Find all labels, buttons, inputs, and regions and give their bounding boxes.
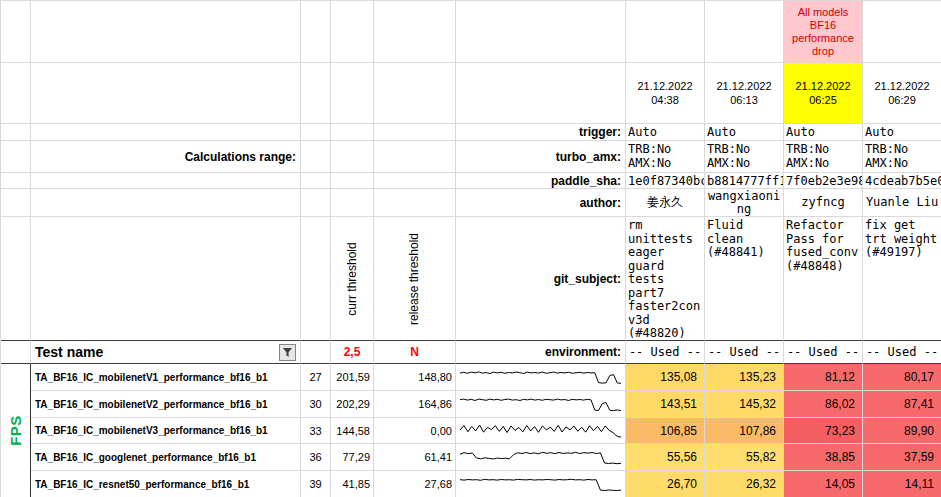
sparkline[interactable] — [456, 471, 626, 497]
empty-cell — [31, 173, 301, 189]
paddle-sha-value[interactable]: 7f0eb2e3e98 — [784, 173, 863, 189]
trigger-value[interactable]: Auto — [863, 124, 941, 141]
turbo-amx-value[interactable]: TRB:No AMX:No — [784, 141, 863, 173]
run-datetime[interactable]: 21.12.2022 06:29 — [863, 63, 941, 124]
release-threshold-header-text: release threshold — [408, 232, 422, 324]
empty-cell — [374, 141, 456, 173]
run-datetime[interactable]: 21.12.2022 04:38 — [626, 63, 705, 124]
value-cell[interactable]: 143,51 — [626, 391, 705, 418]
value-cell[interactable]: 145,32 — [705, 391, 784, 418]
environment-value[interactable]: -- Used -- — [626, 341, 705, 364]
test-name[interactable]: TA_BF16_IC_resnet50_performance_bf16_b1 — [31, 471, 301, 497]
git-subject-value[interactable]: Refactor Pass for fused_conv (#48848) — [784, 217, 863, 341]
release-threshold-cell[interactable]: 0,00 — [374, 418, 456, 444]
release-threshold-cell[interactable]: 61,41 — [374, 444, 456, 471]
sparkline[interactable] — [456, 444, 626, 471]
value-cell[interactable]: 80,17 — [863, 364, 941, 391]
row-number[interactable]: 30 — [301, 391, 331, 418]
value-cell[interactable]: 107,86 — [705, 418, 784, 444]
release-threshold-cell[interactable]: 164,86 — [374, 391, 456, 418]
empty-cell — [31, 124, 301, 141]
paddle-sha-value[interactable]: b8814777ff1 — [705, 173, 784, 189]
empty-cell — [31, 189, 301, 217]
filter-icon[interactable] — [279, 344, 296, 361]
paddle-sha-value[interactable]: 1e0f87340bc — [626, 173, 705, 189]
empty-cell — [1, 189, 31, 217]
git-subject-value[interactable]: Fluid clean (#48841) — [705, 217, 784, 341]
run-datetime[interactable]: 21.12.2022 06:13 — [705, 63, 784, 124]
curr-threshold-header: curr threshold — [331, 217, 374, 341]
row-number[interactable]: 39 — [301, 471, 331, 497]
release-threshold-cell[interactable]: 148,80 — [374, 364, 456, 391]
trigger-value[interactable]: Auto — [626, 124, 705, 141]
test-name[interactable]: TA_BF16_IC_mobilenetV2_performance_bf16_… — [31, 391, 301, 418]
environment-value[interactable]: -- Used -- — [863, 341, 941, 364]
run-datetime-highlighted[interactable]: 21.12.2022 06:25 — [784, 63, 863, 124]
value-cell[interactable]: 81,12 — [784, 364, 863, 391]
empty-cell — [1, 124, 31, 141]
git-subject-label: git_subject: — [456, 217, 626, 341]
turbo-amx-value[interactable]: TRB:No AMX:No — [705, 141, 784, 173]
annotation-cell[interactable]: All models BF16 performance drop — [784, 1, 863, 63]
git-subject-value[interactable]: rm unittests eager guard tests part7 fas… — [626, 217, 705, 341]
curr-threshold-cell[interactable]: 201,59 — [331, 364, 374, 391]
fps-text: FPS — [7, 415, 24, 446]
value-cell[interactable]: 87,41 — [863, 391, 941, 418]
empty-cell — [301, 341, 331, 364]
environment-value[interactable]: -- Used -- — [705, 341, 784, 364]
empty-cell — [301, 189, 331, 217]
empty-cell — [374, 63, 456, 124]
value-cell[interactable]: 86,02 — [784, 391, 863, 418]
value-cell[interactable]: 73,23 — [784, 418, 863, 444]
row-number[interactable]: 27 — [301, 364, 331, 391]
trigger-value[interactable]: Auto — [705, 124, 784, 141]
sparkline[interactable] — [456, 364, 626, 391]
curr-threshold-cell[interactable]: 144,58 — [331, 418, 374, 444]
turbo-amx-value[interactable]: TRB:No AMX:No — [626, 141, 705, 173]
author-value[interactable]: wangxiaoning — [705, 189, 784, 217]
author-value[interactable]: Yuanle Liu — [863, 189, 941, 217]
value-cell[interactable]: 26,70 — [626, 471, 705, 497]
git-subject-value[interactable]: fix get trt weight (#49197) — [863, 217, 941, 341]
trigger-value[interactable]: Auto — [784, 124, 863, 141]
paddle-sha-value[interactable]: 4cdeab7b5e0 — [863, 173, 941, 189]
row-number[interactable]: 33 — [301, 418, 331, 444]
curr-threshold-cell[interactable]: 202,29 — [331, 391, 374, 418]
author-value[interactable]: 姜永久 — [626, 189, 705, 217]
environment-value[interactable]: -- Used -- — [784, 341, 863, 364]
empty-cell — [863, 1, 941, 63]
value-cell[interactable]: 89,90 — [863, 418, 941, 444]
test-name[interactable]: TA_BF16_IC_mobilenetV3_performance_bf16_… — [31, 418, 301, 444]
value-cell[interactable]: 37,59 — [863, 444, 941, 471]
test-name[interactable]: TA_BF16_IC_mobilenetV1_performance_bf16_… — [31, 364, 301, 391]
empty-cell — [31, 1, 301, 63]
empty-cell — [301, 124, 331, 141]
empty-cell — [1, 1, 31, 63]
empty-cell — [301, 141, 331, 173]
value-cell[interactable]: 135,08 — [626, 364, 705, 391]
curr-threshold-cell[interactable]: 77,29 — [331, 444, 374, 471]
sparkline[interactable] — [456, 391, 626, 418]
release-threshold-cell[interactable]: 27,68 — [374, 471, 456, 497]
environment-label: environment: — [456, 341, 626, 364]
release-threshold-value[interactable]: N — [374, 341, 456, 364]
value-cell[interactable]: 14,11 — [863, 471, 941, 497]
value-cell[interactable]: 38,85 — [784, 444, 863, 471]
test-name[interactable]: TA_BF16_IC_googlenet_performance_bf16_b1 — [31, 444, 301, 471]
author-value[interactable]: zyfncg — [784, 189, 863, 217]
trigger-label: trigger: — [456, 124, 626, 141]
empty-cell — [301, 173, 331, 189]
value-cell[interactable]: 26,32 — [705, 471, 784, 497]
turbo-amx-value[interactable]: TRB:No AMX:No — [863, 141, 941, 173]
value-cell[interactable]: 135,23 — [705, 364, 784, 391]
test-name-header-text: Test name — [35, 344, 103, 360]
value-cell[interactable]: 55,56 — [626, 444, 705, 471]
value-cell[interactable]: 55,82 — [705, 444, 784, 471]
curr-threshold-value[interactable]: 2,5 — [331, 341, 374, 364]
value-cell[interactable]: 106,85 — [626, 418, 705, 444]
sparkline[interactable] — [456, 418, 626, 444]
row-number[interactable]: 36 — [301, 444, 331, 471]
value-cell[interactable]: 14,05 — [784, 471, 863, 497]
empty-cell — [331, 124, 374, 141]
curr-threshold-cell[interactable]: 41,85 — [331, 471, 374, 497]
